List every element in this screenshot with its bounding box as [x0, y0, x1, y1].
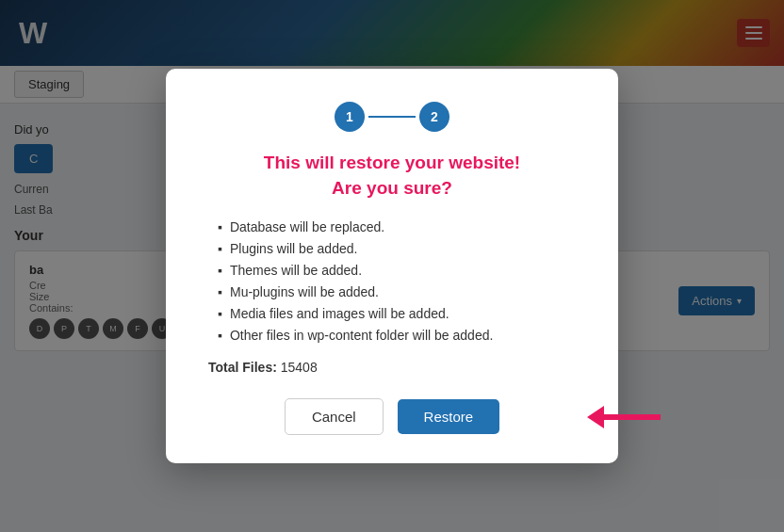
modal-title-line2: Are you sure?	[208, 176, 576, 202]
restore-button[interactable]: Restore	[398, 399, 500, 434]
cancel-button[interactable]: Cancel	[285, 398, 384, 435]
total-files-label: Total Files:	[208, 360, 277, 375]
step-line	[368, 116, 416, 118]
total-files: Total Files: 15408	[208, 360, 576, 375]
confirm-modal: 1 2 This will restore your website! Are …	[166, 69, 618, 463]
list-item-2: Themes will be added.	[218, 263, 576, 278]
list-item-5: Other files in wp-content folder will be…	[218, 328, 576, 343]
modal-title: This will restore your website! Are you …	[208, 151, 576, 201]
arrow-indicator	[604, 414, 661, 420]
step-1-circle: 1	[335, 102, 365, 132]
total-files-value: 15408	[281, 360, 318, 375]
list-item-4: Media files and images will be added.	[218, 306, 576, 321]
list-item-0: Database will be replaced.	[218, 219, 576, 234]
modal-title-line1: This will restore your website!	[208, 151, 576, 176]
arrow-head	[587, 406, 604, 428]
arrow-shaft	[604, 414, 661, 420]
list-item-3: Mu-plugins will be added.	[218, 284, 576, 299]
modal-overlay: 1 2 This will restore your website! Are …	[0, 0, 784, 532]
modal-list: Database will be replaced. Plugins will …	[208, 219, 576, 343]
step-indicator: 1 2	[208, 102, 576, 132]
list-item-1: Plugins will be added.	[218, 241, 576, 256]
background-page: W Staging Did yo C Curren Last Ba Your b…	[0, 0, 784, 532]
modal-buttons: Cancel Restore	[208, 398, 576, 435]
step-2-circle: 2	[419, 102, 449, 132]
